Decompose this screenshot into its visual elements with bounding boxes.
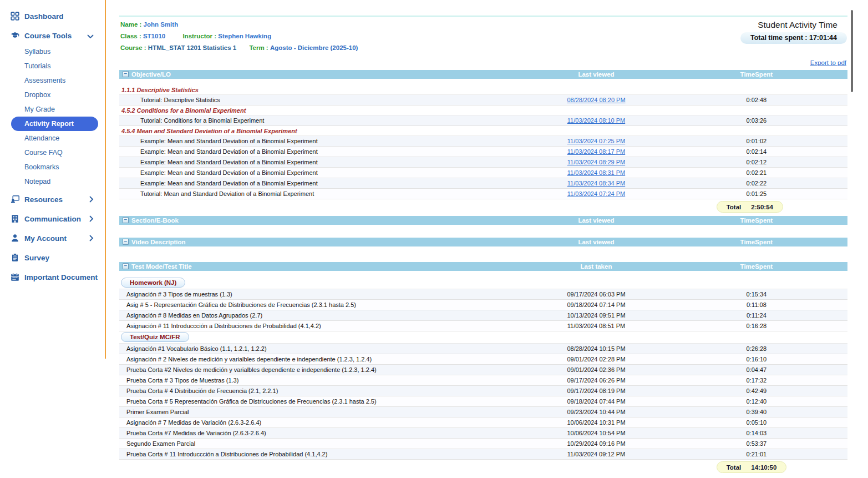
total-row: Total14:10:50 [119, 460, 847, 474]
last-taken-date: 09/17/2024 08:19 PM [505, 386, 687, 396]
sidebar-item-activity-report[interactable]: Activity Report [11, 117, 98, 131]
sidebar-item-survey[interactable]: Survey [0, 249, 105, 266]
table-row: Tutorial: Descriptive Statistics08/28/20… [119, 95, 847, 105]
timespent-column-header: TimeSpent [680, 216, 833, 225]
last-taken-date: 10/06/2024 10:31 PM [505, 417, 687, 427]
table-row: Primer Examen Parcial09/23/2024 10:44 PM… [119, 407, 847, 417]
collapse-icon[interactable]: − [123, 263, 129, 269]
row-title: Asignación # 11 Introduccción a Distribu… [119, 321, 321, 331]
sidebar-item-label: Course Tools [24, 32, 72, 40]
last-taken-date: 09/17/2024 06:26 PM [505, 375, 687, 385]
instructor-value: Stephen Hawking [218, 33, 271, 39]
last-viewed-link[interactable]: 11/03/2024 08:34 PM [505, 178, 687, 188]
row-title: Asignación # 8 Medidas en Datos Agrupado… [119, 310, 262, 320]
sidebar-item-label: My Account [24, 234, 67, 243]
row-title: Asignación # 2 Niveles de medición y var… [119, 354, 372, 364]
last-taken-date: 09/01/2024 02:28 PM [505, 354, 687, 364]
time-spent: 0:01:25 [680, 189, 833, 199]
main-content: Name : John Smith Class : ST1010 Instruc… [119, 0, 847, 478]
time-spent: 0:16:10 [680, 354, 833, 364]
name-label: Name : [120, 21, 141, 28]
vertical-scrollbar-thumb[interactable] [851, 10, 853, 92]
survey-icon [11, 253, 19, 262]
collapse-icon[interactable]: − [123, 217, 129, 223]
row-title: Prueba Corta # 4 Distribución de Frecuen… [119, 386, 278, 396]
sidebar-item-dropbox[interactable]: Dropbox [0, 88, 105, 102]
last-viewed-link[interactable]: 11/03/2024 08:31 PM [505, 168, 687, 178]
row-title: Asignación #1 Vocabulario Básico (1.1, 1… [119, 344, 267, 354]
class-line: Class : ST1010 Instructor : Stephen Hawk… [120, 32, 358, 41]
collapse-icon[interactable]: − [123, 71, 129, 77]
time-spent: 0:14:03 [680, 428, 833, 438]
table-row: Asignación # 3 Tipos de muestras (1.3)09… [119, 289, 847, 300]
table-row: Segundo Examen Parcial10/29/2024 09:16 P… [119, 439, 847, 449]
activity-time-title: Student Activity Time [758, 20, 837, 30]
sidebar-item-label: Important Document [24, 273, 98, 281]
table-title: Section/E-Book [131, 217, 179, 224]
last-viewed-link[interactable]: 08/28/2024 08:20 PM [505, 95, 687, 105]
row-title: Prueba Corta #7 Medidas de Variación (2.… [119, 428, 266, 438]
sidebar-item-bookmarks[interactable]: Bookmarks [0, 160, 105, 174]
sidebar-divider [105, 0, 106, 359]
sidebar-item-dashboard[interactable]: Dashboard [0, 7, 105, 25]
course-value: HTML_STAT 1201 Statistics 1 [148, 44, 236, 51]
sidebar-item-my-grade[interactable]: My Grade [0, 102, 105, 117]
student-name: John Smith [144, 21, 179, 28]
sidebar-item-tutorials[interactable]: Tutorials [0, 59, 105, 73]
last-viewed-link[interactable]: 11/03/2024 08:17 PM [505, 147, 687, 157]
table-row: Prueba Corta # 11 Introduccción a Distri… [119, 449, 847, 460]
sidebar-item-syllabus[interactable]: Syllabus [0, 44, 105, 59]
top-divider-line [119, 16, 847, 17]
badge-row: Homework (NJ) [119, 277, 847, 289]
table-row: Tutorial: Mean and Standard Deviation of… [119, 189, 847, 199]
objective-table: − Objective/LO Last viewed TimeSpent 1.1… [119, 70, 847, 214]
last-viewed-link[interactable]: 11/03/2024 07:24 PM [505, 189, 687, 199]
export-to-pdf-link[interactable]: Export to pdf [810, 59, 846, 66]
last-viewed-link[interactable]: 11/03/2024 08:10 PM [505, 115, 687, 125]
sidebar-item-attendance[interactable]: Attendance [0, 131, 105, 145]
table-row: Prueba Corta # 4 Distribución de Frecuen… [119, 386, 847, 396]
sidebar-item-label: Communication [24, 215, 81, 223]
video-description-table: − Video Description Last viewed TimeSpen… [119, 238, 847, 251]
table-row: Example: Mean and Standard Deviation of … [119, 168, 847, 178]
sidebar-item-label: Dashboard [24, 12, 64, 21]
last-viewed-column-header: Last viewed [505, 70, 687, 79]
time-spent: 0:42:49 [680, 386, 833, 396]
last-viewed-link[interactable]: 11/03/2024 07:25 PM [505, 136, 687, 146]
sidebar-item-my-account[interactable]: My Account [0, 229, 105, 247]
sidebar-item-course-faq[interactable]: Course FAQ [0, 145, 105, 160]
sidebar-item-communication[interactable]: Communication [0, 210, 105, 228]
table-row: Prueba Corta # 5 Representación Gráfica … [119, 396, 847, 407]
class-value: ST1010 [143, 33, 165, 39]
video-description-table-header: − Video Description Last viewed TimeSpen… [119, 238, 847, 246]
collapse-icon[interactable]: − [123, 239, 129, 245]
time-spent: 0:05:10 [680, 417, 833, 427]
row-title: Prueba Corta # 5 Representación Gráfica … [119, 396, 377, 406]
course-tools-icon [11, 31, 19, 40]
table-row: Asignación # 7 Medidas de Variación (2.6… [119, 417, 847, 428]
category-badge: Test/Quiz MC/FR [121, 332, 189, 342]
sidebar-item-label: Resources [24, 195, 63, 204]
table-title: Objective/LO [131, 71, 171, 78]
table-row: Example: Mean and Standard Deviation of … [119, 157, 847, 168]
total-row: Total2:50:54 [119, 199, 847, 214]
sidebar-item-assessments[interactable]: Assessments [0, 73, 105, 88]
sidebar-item-resources[interactable]: Resources [0, 190, 105, 208]
total-value: 14:10:50 [751, 464, 776, 471]
row-title: Prueba Corta # 11 Introduccción a Distri… [119, 449, 327, 459]
last-viewed-link[interactable]: 11/03/2024 08:29 PM [505, 157, 687, 167]
time-spent: 0:01:02 [680, 136, 833, 146]
total-time-spent-pill: Total time spent : 17:01:44 [740, 32, 847, 44]
sidebar-item-course-tools[interactable]: Course Tools [0, 27, 105, 44]
sidebar-item-notepad[interactable]: Notepad [0, 174, 105, 189]
table-row: Asig # 5 - Representación Gráfica de Dis… [119, 300, 847, 310]
sidebar-item-important-document[interactable]: Important Document [0, 268, 105, 286]
last-taken-date: 10/29/2024 09:16 PM [505, 439, 687, 449]
last-taken-date: 09/01/2024 02:36 PM [505, 365, 687, 375]
last-viewed-column-header: Last viewed [505, 238, 687, 246]
name-line: Name : John Smith [120, 20, 358, 29]
time-spent: 0:02:48 [680, 95, 833, 105]
row-title: Example: Mean and Standard Deviation of … [119, 147, 318, 157]
row-title: Tutorial: Mean and Standard Deviation of… [119, 189, 314, 199]
table-row: Asignación #1 Vocabulario Básico (1.1, 1… [119, 344, 847, 354]
